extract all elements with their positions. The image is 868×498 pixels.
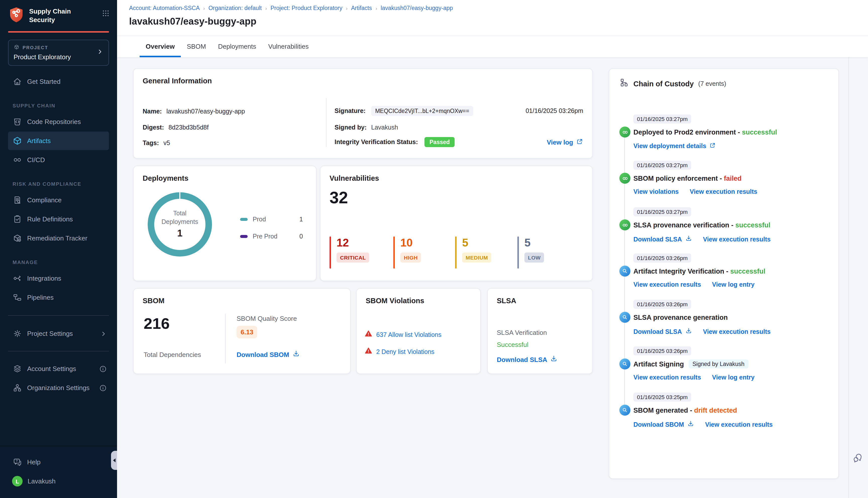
sidebar-item-label: Get Started — [27, 78, 61, 86]
violations-link[interactable]: 637 Allow list Violations — [376, 331, 441, 338]
general-information-card: General Information Name: lavakush07/eas… — [133, 68, 593, 159]
sidebar-item-rule-definitions[interactable]: Rule Definitions — [8, 210, 109, 228]
event-timestamp: 01/16/2025 03:27pm — [633, 115, 691, 123]
sidebar-item-code-repositories[interactable]: Code Repositories — [8, 113, 109, 131]
tab-overview[interactable]: Overview — [140, 36, 181, 57]
download-icon — [685, 327, 692, 336]
app-switcher-icon[interactable] — [102, 9, 110, 19]
tags-value: v5 — [164, 140, 170, 147]
view-violations-link[interactable]: View violations — [633, 188, 678, 195]
severity-label-badge: LOW — [524, 252, 544, 263]
sidebar-item-organization-settings[interactable]: Organization Settings — [8, 379, 109, 397]
sidebar-item-label: Rule Definitions — [27, 215, 73, 223]
sidebar-item-label: Project Settings — [27, 330, 73, 337]
card-title: Vulnerabilities — [329, 174, 379, 182]
integrity-row: Integrity Verification Status: Passed Vi… — [335, 137, 583, 147]
signature-value: MEQCICde2VjIT...bL+2+mqnOXw== — [371, 106, 474, 116]
sidebar-item-compliance[interactable]: Compliance — [8, 191, 109, 209]
sidebar-item-pipelines[interactable]: Pipelines — [8, 288, 109, 307]
package-icon — [14, 44, 20, 51]
avatar: L — [12, 476, 23, 486]
sidebar-item-label: Integrations — [27, 275, 61, 282]
tab-sbom[interactable]: SBOM — [181, 36, 212, 57]
sidebar-item-account-settings[interactable]: Account Settings — [8, 359, 109, 378]
view-execution-results-link[interactable]: View execution results — [705, 420, 773, 429]
event-title-separator: - — [718, 174, 724, 182]
sidebar-divider — [8, 315, 109, 316]
sidebar-item-artifacts[interactable]: Artifacts — [8, 132, 109, 150]
severity-bar — [329, 236, 331, 268]
severity-label-badge: MEDIUM — [462, 252, 492, 263]
org-icon — [13, 383, 22, 393]
download-slsa-link[interactable]: Download SLSA — [633, 327, 692, 336]
event-status: successful — [742, 128, 777, 136]
download-sbom-link[interactable]: Download SBOM — [237, 350, 300, 359]
chevron-right-icon — [100, 330, 107, 337]
total-dependencies-label: Total Dependencies — [144, 351, 201, 358]
sidebar-item-integrations[interactable]: Integrations — [8, 269, 109, 288]
sidebar-item-remediation-tracker[interactable]: Remediation Tracker — [8, 229, 109, 248]
view-execution-results-link[interactable]: View execution results — [703, 327, 770, 336]
view-deployment-details-link[interactable]: View deployment details — [633, 142, 716, 150]
project-selector[interactable]: PROJECT Product Exploratory — [8, 40, 109, 66]
severity-bar — [393, 236, 395, 268]
scan-step-icon — [619, 265, 631, 277]
warning-triangle-icon — [365, 330, 372, 339]
view-execution-results-link[interactable]: View execution results — [633, 374, 701, 381]
breadcrumb-link[interactable]: Project: Product Exploratory — [271, 5, 342, 11]
event-links: View execution resultsView log entry — [633, 374, 830, 381]
event-status: successful — [730, 267, 765, 275]
breadcrumb-link[interactable]: Organization: default — [208, 5, 262, 11]
breadcrumb-link[interactable]: Account: Automation-SSCA — [129, 5, 200, 11]
violation-row: 2 Deny list Violations — [365, 347, 435, 356]
breadcrumb-separator-icon: › — [375, 5, 377, 11]
integrations-icon — [13, 274, 22, 283]
event-timestamp: 01/16/2025 03:26pm — [633, 300, 691, 309]
digest-row: Digest: 8d23bd3b5d8f — [143, 124, 209, 131]
event-title: SLSA provenance verification — [633, 221, 729, 229]
sidebar-item-label: Pipelines — [27, 294, 54, 301]
event-title: Artifact Signing — [633, 360, 684, 368]
tab-deployments[interactable]: Deployments — [212, 36, 262, 57]
download-slsa-link[interactable]: Download SLSA — [497, 355, 558, 364]
view-log-entry-link[interactable]: View log entry — [712, 374, 754, 381]
event-timestamp: 01/16/2025 03:26pm — [633, 346, 691, 355]
sidebar-collapse-handle[interactable] — [111, 451, 117, 470]
sidebar-section-label: RISK AND COMPLIANCE — [13, 181, 117, 187]
event-title: Artifact Integrity Verification — [633, 267, 724, 275]
view-log-link[interactable]: View log — [547, 138, 583, 146]
event-title-separator: - — [736, 128, 742, 136]
breadcrumb-link[interactable]: Artifacts — [351, 5, 372, 11]
view-execution-results-link[interactable]: View execution results — [633, 281, 701, 288]
breadcrumb-link[interactable]: lavakush07/easy-buggy-app — [381, 5, 453, 11]
severity-low: 5LOW — [517, 236, 544, 268]
download-slsa-link[interactable]: Download SLSA — [633, 235, 692, 244]
sidebar-item-help[interactable]: ? Help — [8, 453, 109, 471]
view-execution-results-link[interactable]: View execution results — [703, 235, 770, 244]
chat-bubbles-icon[interactable] — [852, 453, 864, 466]
tab-vulnerabilities[interactable]: Vulnerabilities — [262, 36, 315, 57]
pipeline-step-icon — [619, 219, 631, 231]
sidebar-item-get-started[interactable]: Get Started — [8, 72, 109, 91]
card-title: SBOM Violations — [366, 297, 424, 305]
sidebar-item-project-settings[interactable]: Project Settings — [8, 324, 109, 343]
event-status: successful — [735, 221, 770, 229]
view-log-entry-link[interactable]: View log entry — [712, 281, 754, 288]
sidebar-item-label: Account Settings — [27, 365, 76, 372]
sidebar-item-ci-cd[interactable]: CI/CD — [8, 150, 109, 169]
violations-link[interactable]: 2 Deny list Violations — [376, 348, 435, 355]
view-execution-results-link[interactable]: View execution results — [690, 188, 757, 195]
severity-bar — [455, 236, 457, 268]
event-status: drift detected — [694, 406, 737, 414]
breadcrumb-separator-icon: › — [346, 5, 348, 11]
legend-label: Pre Prod — [252, 233, 277, 240]
severity-count: 12 — [337, 237, 349, 249]
tab-bar: OverviewSBOMDeploymentsVulnerabilities — [117, 36, 868, 57]
event-title-separator: - — [729, 221, 735, 229]
download-sbom-link[interactable]: Download SBOM — [633, 420, 694, 429]
pipeline-step-icon — [619, 173, 631, 184]
sidebar-user[interactable]: L Lavakush — [8, 472, 109, 490]
vertical-divider — [225, 314, 225, 364]
signed-by-label: Signed by: — [335, 124, 367, 131]
event-title-separator: - — [688, 406, 694, 414]
